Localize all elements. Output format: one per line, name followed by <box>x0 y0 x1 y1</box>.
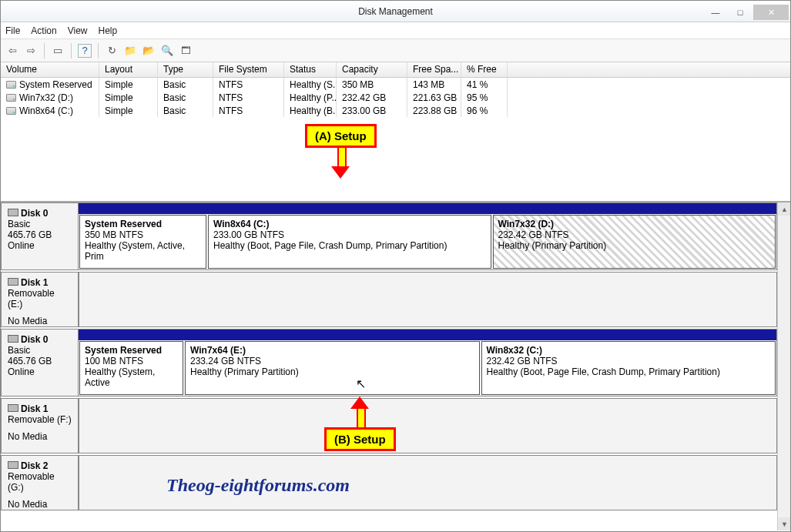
disk-block: Disk 0 Basic 465.76 GB Online System Res… <box>1 202 777 270</box>
help-icon[interactable]: ? <box>78 44 92 58</box>
properties-icon[interactable]: 🗔 <box>179 44 193 58</box>
toolbar: ⇦ ⇨ ▭ ? ↻ 📁 📂 🔍 🗔 <box>1 39 790 62</box>
separator <box>71 43 72 59</box>
watermark: Theog-eightforums.com <box>166 475 350 496</box>
menubar: File Action View Help <box>1 22 790 39</box>
volume-row[interactable]: System Reserved Simple Basic NTFS Health… <box>1 78 790 91</box>
folder-icon[interactable]: 📁 <box>123 44 137 58</box>
partition[interactable]: System Reserved 350 MB NTFS Healthy (Sys… <box>79 215 206 269</box>
menu-action[interactable]: Action <box>31 25 56 36</box>
scrollbar[interactable]: ▲ ▼ <box>777 202 790 530</box>
menu-help[interactable]: Help <box>99 25 118 36</box>
drive-icon <box>6 81 16 89</box>
volume-body: System Reserved Simple Basic NTFS Health… <box>1 78 790 201</box>
partition[interactable]: Win7x32 (D:) 232.42 GB NTFS Healthy (Pri… <box>493 215 776 269</box>
disk-block: Disk 2 Removable (G:) No Media <box>1 455 777 510</box>
nomedia-area[interactable] <box>79 273 776 326</box>
disk-header-bar <box>79 203 776 214</box>
refresh-icon[interactable]: ↻ <box>105 44 119 58</box>
disk-label[interactable]: Disk 1 Removable (E:) No Media <box>2 273 79 326</box>
disk-block: Disk 1 Removable (F:) No Media <box>1 398 777 453</box>
drive-icon <box>6 94 16 102</box>
titlebar: Disk Management — □ ✕ <box>1 1 790 22</box>
volume-header: Volume Layout Type File System Status Ca… <box>1 62 790 78</box>
minimize-button[interactable]: — <box>704 5 727 20</box>
maximize-button[interactable]: □ <box>729 5 752 20</box>
close-button[interactable]: ✕ <box>753 5 789 20</box>
disk-label[interactable]: Disk 1 Removable (F:) No Media <box>2 399 79 453</box>
forward-icon[interactable]: ⇨ <box>24 44 38 58</box>
disk-label[interactable]: Disk 0 Basic 465.76 GB Online <box>2 330 79 396</box>
col-filesystem[interactable]: File System <box>213 62 284 77</box>
disk-label[interactable]: Disk 2 Removable (G:) No Media <box>2 456 79 510</box>
menu-file[interactable]: File <box>5 25 20 36</box>
disk-header-bar <box>79 330 776 340</box>
scroll-down-icon[interactable]: ▼ <box>778 517 790 530</box>
disk-icon <box>8 209 18 216</box>
search-icon[interactable]: 🔍 <box>160 44 174 58</box>
partition[interactable]: System Reserved 100 MB NTFS Healthy (Sys… <box>79 341 183 395</box>
col-type[interactable]: Type <box>158 62 213 77</box>
separator <box>98 43 99 59</box>
col-status[interactable]: Status <box>284 62 337 77</box>
scroll-up-icon[interactable]: ▲ <box>778 202 790 216</box>
col-freespace[interactable]: Free Spa... <box>407 62 461 77</box>
nomedia-area[interactable] <box>79 399 776 453</box>
menu-view[interactable]: View <box>68 25 88 36</box>
disk-icon <box>8 404 18 412</box>
show-hide-icon[interactable]: ▭ <box>51 44 65 58</box>
graphical-view: Disk 0 Basic 465.76 GB Online System Res… <box>1 202 790 530</box>
col-pctfree[interactable]: % Free <box>461 62 508 77</box>
open-icon[interactable]: 📂 <box>142 44 156 58</box>
window-title: Disk Management <box>358 6 433 17</box>
partition[interactable]: Win8x64 (C:) 233.00 GB NTFS Healthy (Boo… <box>208 215 491 269</box>
volume-row[interactable]: Win7x32 (D:) Simple Basic NTFS Healthy (… <box>1 91 790 104</box>
disk-icon <box>8 461 18 469</box>
volume-list: Volume Layout Type File System Status Ca… <box>1 62 790 202</box>
partition[interactable]: Win8x32 (C:) 232.42 GB NTFS Healthy (Boo… <box>481 341 776 395</box>
back-icon[interactable]: ⇦ <box>5 44 19 58</box>
disk-icon <box>8 335 18 343</box>
partition[interactable]: Win7x64 (E:) 233.24 GB NTFS Healthy (Pri… <box>185 341 480 395</box>
disk-label[interactable]: Disk 0 Basic 465.76 GB Online <box>2 203 79 269</box>
volume-row[interactable]: Win8x64 (C:) Simple Basic NTFS Healthy (… <box>1 104 790 117</box>
col-volume[interactable]: Volume <box>1 62 99 77</box>
disk-icon <box>8 278 18 286</box>
disk-block: Disk 0 Basic 465.76 GB Online System Res… <box>1 329 777 396</box>
col-layout[interactable]: Layout <box>99 62 158 77</box>
separator <box>44 43 45 59</box>
disk-block: Disk 1 Removable (E:) No Media <box>1 272 777 327</box>
drive-icon <box>6 107 16 115</box>
col-capacity[interactable]: Capacity <box>337 62 407 77</box>
